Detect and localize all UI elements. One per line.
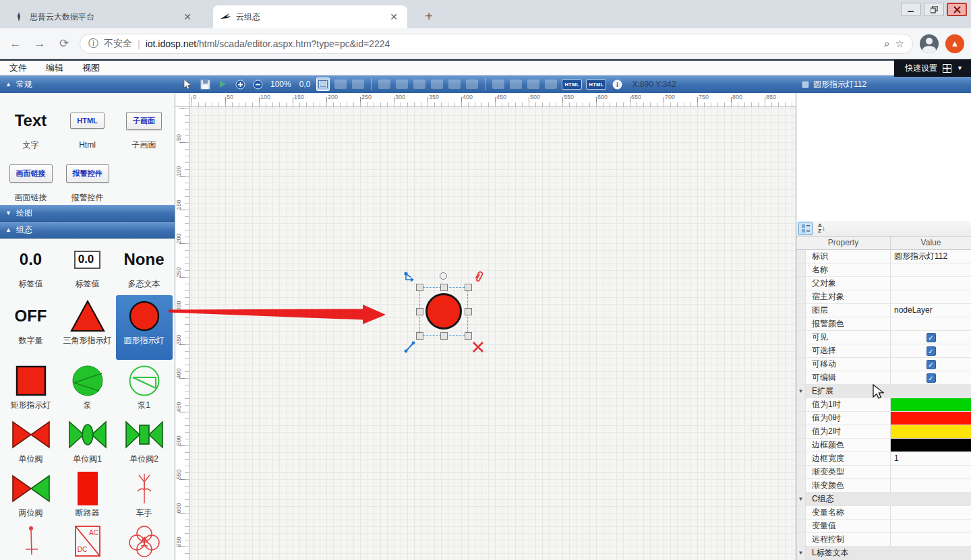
align-left-button[interactable] <box>378 80 390 89</box>
property-row-L标签文本[interactable]: ▼L标签文本 <box>796 547 971 560</box>
align-right-button[interactable] <box>413 80 425 89</box>
palette-item-alarm-control[interactable]: 报警控件报警控件 <box>59 152 116 205</box>
run-button[interactable] <box>216 77 229 91</box>
url-field[interactable]: ⓘ 不安全 | iot.idosp.net/html/scada/editor.… <box>80 34 913 54</box>
property-row-宿主对象[interactable]: 宿主对象 <box>796 290 971 304</box>
palette-item-multistate-text[interactable]: None多态文本 <box>116 239 173 295</box>
property-value[interactable]: nodeLayer <box>891 304 971 317</box>
property-row-值为1时[interactable]: 值为1时 <box>796 398 971 412</box>
property-value[interactable]: 圆形指示灯112 <box>891 250 971 263</box>
property-row-图层[interactable]: 图层nodeLayer <box>796 304 971 317</box>
selection-handle[interactable] <box>440 284 448 291</box>
property-row-可移动[interactable]: 可移动✓ <box>796 358 971 371</box>
palette-item-circle-indicator[interactable]: 圆形指示灯 <box>116 295 173 360</box>
circle-indicator-node[interactable] <box>425 293 462 330</box>
value-column-header[interactable]: Value <box>891 237 971 249</box>
selection-handle[interactable] <box>465 332 472 340</box>
palette-item-unit-valve[interactable]: 单位阀 <box>3 414 59 468</box>
checkbox-checked-icon[interactable]: ✓ <box>926 346 936 356</box>
property-row-变量名称[interactable]: 变量名称 <box>796 506 971 520</box>
selection-handle[interactable] <box>416 308 423 315</box>
section-header-scada[interactable]: ▲ 组态 <box>0 222 175 239</box>
selection-handle[interactable] <box>416 284 423 291</box>
menu-file[interactable]: 文件 <box>0 61 36 75</box>
html-view-button[interactable]: HTML <box>586 80 606 90</box>
property-value[interactable]: ✓ <box>891 344 971 357</box>
quick-settings-button[interactable]: 快速设置 ▼ <box>894 59 971 77</box>
ungroup-button[interactable] <box>352 80 364 89</box>
property-value[interactable] <box>891 425 971 438</box>
palette-item-unit-valve1[interactable]: 单位阀1 <box>59 414 116 468</box>
html-export-button[interactable]: HTML <box>562 80 582 90</box>
selection-handle[interactable] <box>440 332 448 340</box>
property-value[interactable] <box>891 466 971 478</box>
property-row-边框宽度[interactable]: 边框宽度1 <box>796 452 971 466</box>
property-row-可编辑[interactable]: 可编辑✓ <box>796 371 971 385</box>
distribute-h-button[interactable] <box>527 80 539 89</box>
menu-view[interactable]: 视图 <box>73 61 109 75</box>
browser-tab-2[interactable]: 云组态 ✕ <box>213 5 407 28</box>
distribute-v-button[interactable] <box>545 80 557 89</box>
forward-icon[interactable]: → <box>31 35 49 53</box>
property-row-C组态[interactable]: ▼C组态 <box>796 493 971 506</box>
align-top-button[interactable] <box>431 80 443 89</box>
property-value[interactable] <box>891 412 971 425</box>
same-width-button[interactable] <box>492 80 504 89</box>
property-row-名称[interactable]: 名称 <box>796 263 971 277</box>
property-value[interactable]: ✓ <box>891 371 971 384</box>
palette-item-two-pos-valve[interactable]: 两位阀 <box>3 468 59 520</box>
checkbox-checked-icon[interactable]: ✓ <box>926 333 936 342</box>
property-row-父对象[interactable]: 父对象 <box>796 277 971 290</box>
property-value[interactable] <box>891 533 971 546</box>
property-value[interactable] <box>891 317 971 330</box>
property-row-远程控制[interactable]: 远程控制 <box>796 533 971 547</box>
palette-item-digital-value[interactable]: OFF数字量 <box>3 295 59 360</box>
restore-button[interactable] <box>924 3 944 16</box>
tab-close-icon[interactable]: ✕ <box>387 11 401 22</box>
color-swatch[interactable] <box>891 412 971 425</box>
canvas-settings-button[interactable] <box>316 77 330 91</box>
property-row-可见[interactable]: 可见✓ <box>796 331 971 344</box>
property-value[interactable] <box>891 263 971 276</box>
property-row-报警颜色[interactable]: 报警颜色 <box>796 317 971 331</box>
palette-item-triangle-indicator[interactable]: 三角形指示灯 <box>59 295 116 360</box>
zoom-out-page-icon[interactable]: ⌕ <box>884 38 889 50</box>
section-header-general[interactable]: ▲ 常规 <box>0 75 175 93</box>
browser-tab-1[interactable]: 思普云大数据平台 ✕ <box>7 5 201 28</box>
property-value[interactable]: ✓ <box>891 358 971 371</box>
property-value[interactable] <box>891 520 971 532</box>
minimize-button[interactable] <box>901 3 921 16</box>
property-value[interactable]: ✓ <box>891 331 971 344</box>
palette-item-rect-indicator[interactable]: 矩形指示灯 <box>3 360 59 414</box>
palette-item-tag-value[interactable]: 0.0标签值 <box>3 239 59 295</box>
checkbox-checked-icon[interactable]: ✓ <box>926 360 936 369</box>
palette-item-pt[interactable]: PT <box>116 520 173 560</box>
close-button[interactable] <box>947 3 967 16</box>
property-value[interactable]: 1 <box>891 452 971 465</box>
align-middle-button[interactable] <box>448 80 461 89</box>
profile-avatar[interactable] <box>920 34 939 53</box>
site-info-icon[interactable]: ⓘ <box>88 37 98 50</box>
rotate-handle[interactable] <box>440 272 447 280</box>
property-row-变量值[interactable]: 变量值 <box>796 520 971 533</box>
palette-item-breaker[interactable]: 断路器 <box>59 468 116 520</box>
property-row-可选择[interactable]: 可选择✓ <box>796 344 971 358</box>
zoom-out-button[interactable] <box>251 77 264 91</box>
menu-edit[interactable]: 编辑 <box>36 61 73 75</box>
property-value[interactable] <box>891 277 971 290</box>
tab-close-icon[interactable]: ✕ <box>181 11 194 22</box>
group-button[interactable] <box>334 80 347 89</box>
property-row-边框颜色[interactable]: 边框颜色 <box>796 439 971 452</box>
checkbox-checked-icon[interactable]: ✓ <box>926 373 936 383</box>
select-cursor-button[interactable] <box>181 77 194 91</box>
same-height-button[interactable] <box>510 80 522 89</box>
line-tool-icon[interactable] <box>403 341 417 356</box>
property-value[interactable] <box>891 506 971 519</box>
color-swatch[interactable] <box>891 425 971 438</box>
bookmark-star-icon[interactable]: ☆ <box>895 38 904 50</box>
property-value[interactable] <box>891 398 971 411</box>
zoom-in-button[interactable] <box>233 77 247 91</box>
browser-update-icon[interactable]: ▲ <box>945 34 964 53</box>
design-canvas[interactable] <box>189 107 796 560</box>
property-value[interactable] <box>891 290 971 303</box>
